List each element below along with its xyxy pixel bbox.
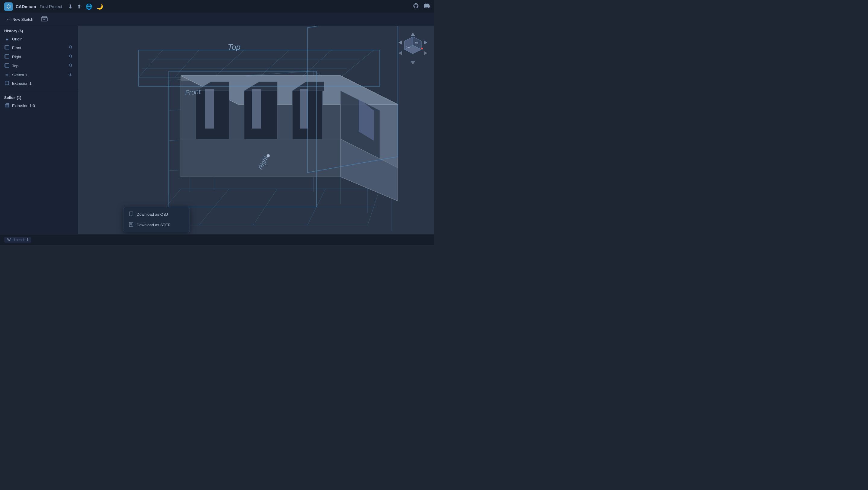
upload-icon[interactable]: ⬆ [77,3,82,10]
extrusion1-label: Extrusion 1 [12,81,74,86]
svg-line-10 [71,57,72,58]
svg-line-27 [301,50,332,77]
sidebar-item-extrusion1-0[interactable]: Extrusion 1:0 [0,102,78,110]
svg-rect-57 [205,89,214,128]
svg-line-36 [313,71,392,113]
svg-line-49 [169,162,313,171]
svg-marker-75 [398,40,402,45]
sketch-icon: ✏ [4,73,10,77]
sidebar-item-sketch1[interactable]: ✏ Sketch 1 👁 [0,70,78,79]
svg-marker-50 [181,76,352,82]
svg-line-47 [169,102,313,110]
app-name: CADmium [16,4,36,9]
right-search-icon[interactable] [67,54,74,60]
svg-marker-67 [341,139,398,201]
top-plane-label: Top [228,42,241,52]
sidebar-divider [0,90,78,90]
sketch1-visibility-icon[interactable]: 👁 [67,72,74,78]
moon-icon[interactable]: 🌙 [96,3,103,10]
discord-icon[interactable] [424,3,430,10]
svg-line-38 [313,132,392,171]
svg-line-46 [169,71,313,80]
download-obj-label: Download as OBJ [136,212,168,217]
svg-marker-79 [410,61,415,64]
nav-cube[interactable]: Top Front [398,32,428,65]
svg-rect-17 [5,105,9,107]
sidebar-item-top[interactable]: Top [0,61,78,70]
svg-line-37 [313,102,392,141]
svg-marker-77 [398,51,402,55]
svg-point-13 [69,64,72,66]
svg-line-25 [214,50,244,77]
front-search-icon[interactable] [67,45,74,51]
svg-point-5 [69,46,72,48]
svg-rect-7 [5,55,9,58]
svg-line-22 [138,50,163,77]
project-name: First Project [40,4,62,9]
logo-symbol: ⬡ [6,4,10,9]
front-label: Front [12,46,65,50]
svg-rect-61 [292,91,322,139]
plane-icon-top [4,63,10,68]
svg-rect-70 [138,50,380,86]
main-layout: History (6) ● Origin Front Right [0,26,434,234]
svg-rect-52 [181,80,341,177]
svg-line-32 [368,189,380,225]
download-step-item[interactable]: Download as STEP [124,220,190,230]
new-sketch-button[interactable]: ✏ New Sketch [4,16,36,24]
svg-marker-64 [341,91,380,159]
download-step-label: Download as STEP [136,223,170,227]
app-logo: ⬡ [4,2,13,11]
workbench-icon [41,16,48,23]
svg-rect-63 [300,89,308,128]
sidebar-item-front[interactable]: Front [0,43,78,52]
sidebar-item-origin[interactable]: ● Origin [0,35,78,43]
front-plane-label: Front [185,88,201,97]
svg-line-24 [175,50,199,77]
svg-rect-58 [244,91,277,139]
svg-marker-76 [424,40,427,45]
svg-marker-54 [181,76,398,105]
svg-rect-72 [307,26,398,173]
top-label: Top [12,64,65,68]
svg-line-23 [341,50,374,77]
statusbar: Workbench 1 [0,234,434,245]
svg-marker-59 [244,82,277,91]
svg-line-33 [199,189,229,225]
svg-marker-73 [410,33,415,36]
svg-rect-15 [5,82,9,85]
viewport[interactable]: Top Front Right Top [79,26,434,234]
right-plane-label: Right [257,155,270,171]
svg-line-34 [253,189,277,225]
download-icon[interactable]: ⬇ [68,3,73,10]
svg-rect-60 [252,89,261,128]
download-step-icon [129,222,133,228]
globe-icon[interactable]: 🌐 [86,3,92,10]
solids-header: Solids (1) [0,93,78,102]
new-sketch-label: New Sketch [12,17,33,22]
svg-point-85 [421,48,423,50]
sidebar: History (6) ● Origin Front Right [0,26,79,234]
download-obj-item[interactable]: Download as OBJ [124,209,190,220]
svg-rect-55 [196,91,229,139]
github-icon[interactable] [413,3,419,10]
extrusion1-0-label: Extrusion 1:0 [12,104,74,108]
plane-icon-right [4,54,10,59]
sidebar-item-extrusion1[interactable]: Extrusion 1 [0,79,78,87]
sidebar-item-right[interactable]: Right [0,52,78,61]
history-header: History (6) [0,26,78,35]
svg-text:Front: Front [406,46,410,48]
svg-rect-71 [169,71,316,207]
top-search-icon[interactable] [67,63,74,69]
header: ⬡ CADmium First Project ⬇ ⬆ 🌐 🌙 [0,0,434,13]
svg-point-9 [69,55,72,57]
workbench-status: Workbench 1 [4,237,31,242]
plane-icon-front [4,45,10,50]
svg-rect-66 [181,139,341,177]
svg-marker-62 [292,82,324,91]
workbench-button[interactable] [38,15,50,24]
header-right [413,3,430,10]
origin-icon: ● [4,36,10,41]
svg-marker-53 [341,76,398,201]
svg-line-6 [71,48,72,49]
